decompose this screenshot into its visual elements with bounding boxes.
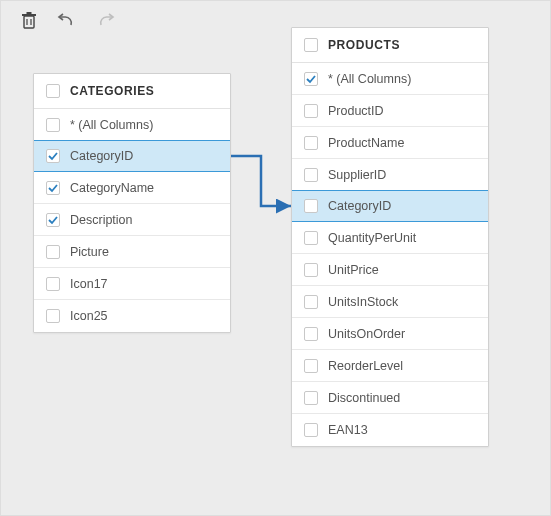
checkbox-icon[interactable] bbox=[46, 277, 60, 291]
table-products[interactable]: PRODUCTS * (All Columns)ProductIDProduct… bbox=[291, 27, 489, 447]
checkbox-icon[interactable] bbox=[46, 118, 60, 132]
checkbox-icon[interactable] bbox=[304, 72, 318, 86]
checkbox-icon[interactable] bbox=[304, 359, 318, 373]
column-row[interactable]: ReorderLevel bbox=[292, 350, 488, 382]
table-header-categories: CATEGORIES bbox=[34, 74, 230, 109]
column-row[interactable]: * (All Columns) bbox=[34, 109, 230, 141]
svg-rect-2 bbox=[27, 12, 32, 14]
undo-icon[interactable] bbox=[57, 11, 77, 31]
redo-icon[interactable] bbox=[95, 11, 115, 31]
checkbox-icon[interactable] bbox=[304, 327, 318, 341]
table-title: PRODUCTS bbox=[328, 38, 400, 52]
column-row[interactable]: Discontinued bbox=[292, 382, 488, 414]
column-label: Icon25 bbox=[70, 309, 108, 323]
checkbox-icon[interactable] bbox=[46, 309, 60, 323]
column-label: CategoryID bbox=[70, 149, 133, 163]
checkbox-icon[interactable] bbox=[304, 391, 318, 405]
column-row[interactable]: CategoryID bbox=[34, 140, 230, 172]
column-row[interactable]: EAN13 bbox=[292, 414, 488, 446]
column-row[interactable]: CategoryID bbox=[292, 190, 488, 222]
column-row[interactable]: CategoryName bbox=[34, 172, 230, 204]
checkbox-icon[interactable] bbox=[304, 104, 318, 118]
column-label: Discontinued bbox=[328, 391, 400, 405]
column-label: UnitsOnOrder bbox=[328, 327, 405, 341]
column-label: Icon17 bbox=[70, 277, 108, 291]
checkbox-icon[interactable] bbox=[304, 423, 318, 437]
column-row[interactable]: Description bbox=[34, 204, 230, 236]
column-label: * (All Columns) bbox=[70, 118, 153, 132]
checkbox-icon[interactable] bbox=[304, 168, 318, 182]
checkbox-icon[interactable] bbox=[304, 231, 318, 245]
checkbox-icon[interactable] bbox=[304, 199, 318, 213]
column-row[interactable]: Icon25 bbox=[34, 300, 230, 332]
column-row[interactable]: UnitPrice bbox=[292, 254, 488, 286]
column-label: CategoryName bbox=[70, 181, 154, 195]
checkbox-icon[interactable] bbox=[304, 263, 318, 277]
checkbox-icon[interactable] bbox=[304, 38, 318, 52]
checkbox-icon[interactable] bbox=[304, 136, 318, 150]
column-label: UnitsInStock bbox=[328, 295, 398, 309]
column-label: QuantityPerUnit bbox=[328, 231, 416, 245]
checkbox-icon[interactable] bbox=[46, 84, 60, 98]
column-row[interactable]: UnitsOnOrder bbox=[292, 318, 488, 350]
column-label: ProductID bbox=[328, 104, 384, 118]
column-label: EAN13 bbox=[328, 423, 368, 437]
table-header-products: PRODUCTS bbox=[292, 28, 488, 63]
column-label: UnitPrice bbox=[328, 263, 379, 277]
column-row[interactable]: ProductID bbox=[292, 95, 488, 127]
checkbox-icon[interactable] bbox=[46, 213, 60, 227]
svg-rect-0 bbox=[24, 16, 34, 28]
column-label: * (All Columns) bbox=[328, 72, 411, 86]
checkbox-icon[interactable] bbox=[46, 181, 60, 195]
table-categories[interactable]: CATEGORIES * (All Columns)CategoryIDCate… bbox=[33, 73, 231, 333]
column-label: ProductName bbox=[328, 136, 404, 150]
checkbox-icon[interactable] bbox=[304, 295, 318, 309]
toolbar bbox=[19, 11, 115, 31]
column-row[interactable]: ProductName bbox=[292, 127, 488, 159]
checkbox-icon[interactable] bbox=[46, 245, 60, 259]
column-row[interactable]: * (All Columns) bbox=[292, 63, 488, 95]
svg-rect-1 bbox=[22, 14, 36, 16]
column-row[interactable]: UnitsInStock bbox=[292, 286, 488, 318]
column-label: Picture bbox=[70, 245, 109, 259]
table-title: CATEGORIES bbox=[70, 84, 154, 98]
delete-icon[interactable] bbox=[19, 11, 39, 31]
column-label: Description bbox=[70, 213, 133, 227]
checkbox-icon[interactable] bbox=[46, 149, 60, 163]
column-label: SupplierID bbox=[328, 168, 386, 182]
column-row[interactable]: Icon17 bbox=[34, 268, 230, 300]
column-label: CategoryID bbox=[328, 199, 391, 213]
column-row[interactable]: QuantityPerUnit bbox=[292, 222, 488, 254]
column-row[interactable]: SupplierID bbox=[292, 159, 488, 191]
column-row[interactable]: Picture bbox=[34, 236, 230, 268]
column-label: ReorderLevel bbox=[328, 359, 403, 373]
